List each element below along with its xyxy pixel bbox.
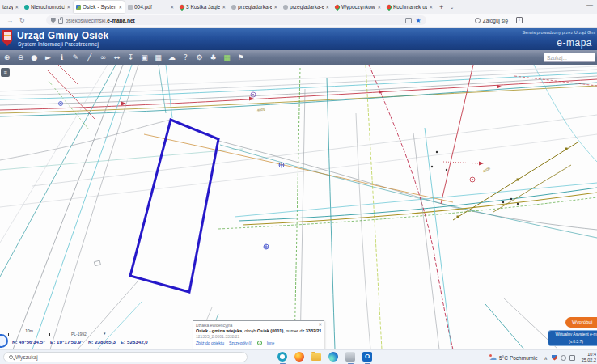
url-text: osiekoswiecimski.e-mapa.net [66,18,405,23]
taskbar-outlook-icon[interactable]: O [362,352,373,362]
weather-temperature[interactable]: 5°C [499,355,508,361]
settings-gear-icon[interactable]: ⚙ [193,51,206,64]
tab-title: Wypoczynkowa – Mapy [341,4,375,10]
survey-point-icon [59,102,285,250]
weather-condition[interactable]: Pochmurnie [510,355,538,361]
save-to-library-icon[interactable] [516,17,523,23]
window-minimize-button[interactable]: — [586,1,593,8]
taskbar-file-explorer-icon[interactable] [311,352,322,362]
parcel-description: Osiek - gmina wiejska, obręb Osiek (0001… [196,328,321,333]
coord-lat: N: 49°56'34.5" [12,340,45,345]
search-icon [9,355,13,359]
download-icon[interactable]: ↧ [124,51,138,64]
weather-cloud-icon[interactable]: ☁ [489,353,497,362]
measure-icon[interactable]: ╱ [83,51,96,64]
tab-close-icon[interactable]: ✕ [15,5,19,10]
taskbar-browser-ring-icon[interactable] [277,352,288,362]
globe-favicon [231,5,236,10]
globe-favicon [283,5,288,10]
popup-close-icon[interactable]: ✕ [318,322,322,327]
virtual-assistant-button[interactable]: Wirtualny Asystent e-m (v.0.3.7) [548,330,597,346]
browser-address-bar: → ↻ osiekoswiecimski.e-mapa.net ★ Zalogu… [0,14,597,28]
clock-time: 10:4 [578,352,596,358]
help-icon[interactable]: ? [179,51,193,64]
attribute-table-icon[interactable]: ▦ [151,51,165,64]
browser-tab-1[interactable]: Nieruchomości - Oświę ✕ [22,1,73,13]
tab-close-icon[interactable]: ✕ [170,5,174,10]
taskbar-search-box[interactable]: Wyszukaj [3,352,248,362]
tray-overflow-chevron[interactable]: ∧ [544,355,548,361]
tab-title: przegladarka-ekw.ms.g [238,4,272,10]
tab-title: przegladarka-ekw.ms.g [290,4,324,10]
zoom-in-icon[interactable]: ⊕ [0,51,14,64]
coordinate-readout: N: 49°56'34.5"E: 19°17'50.9"N: 238065,3E… [12,340,153,345]
browser-tab-5[interactable]: przegladarka-ekw.ms.g ✕ [229,1,280,13]
map-toolbar: ⊕ ⊖ ● ► ℹ ✎ ╱ ∞ ↔ ↧ ▣ ▦ ☁ ? ⚙ ♣ ▦ ⚑ [0,50,597,65]
tab-close-icon[interactable]: ✕ [222,5,226,10]
copy-view-icon[interactable]: ▣ [138,51,151,64]
browser-tab-4[interactable]: 3 Kostka Jagiełły – Map ✕ [177,1,228,13]
link-icon[interactable]: ∞ [96,51,110,64]
tab-close-icon[interactable]: ✕ [273,5,277,10]
lock-icon[interactable] [58,19,63,24]
clock-date: 25.02.2 [578,358,596,363]
reader-mode-icon[interactable] [405,18,412,23]
tab-close-icon[interactable]: ✕ [66,5,70,10]
cadastral-map[interactable]: 4005 4005 ≡ 10m PL-1992 ▾ N: 49°56'34.5"… [0,65,597,349]
service-note: Serwis prowadzony przez Urząd Gmi [523,30,595,35]
geoportal-icon[interactable]: i [257,341,262,345]
defender-shield-icon[interactable] [552,355,557,361]
tab-close-icon[interactable]: ✕ [377,5,381,10]
forward-button[interactable]: → [6,17,13,24]
legend-grid-icon[interactable]: ▦ [220,51,234,64]
new-tab-button[interactable]: + [436,2,447,14]
permissions-shield-icon[interactable] [51,18,56,23]
other-link[interactable]: Inne [267,341,275,345]
pan-icon[interactable]: ↔ [110,51,124,64]
browser-tab-6[interactable]: przegladarka-ekw.ms.g ✕ [281,1,332,13]
bookmark-star-icon[interactable]: ★ [416,17,421,24]
maps-pin-favicon [179,3,185,10]
crs-label[interactable]: PL-1992 [71,332,87,336]
browser-tab-strip: tarzyna ✕ Nieruchomości - Oświę ✕ Osiek … [0,0,597,14]
search-input[interactable] [544,53,595,62]
tab-list-button[interactable]: ⌄ [447,2,457,14]
zoom-to-object-link[interactable]: Zbliż do obiektu [196,341,224,345]
taskbar-gray-app-icon[interactable] [345,352,356,362]
select-pointer-icon[interactable]: ► [41,51,55,64]
selected-parcel-outline[interactable] [130,120,218,292]
site-favicon [24,5,29,10]
tab-close-icon[interactable]: ✕ [118,5,122,10]
tab-close-icon[interactable]: ✕ [429,5,433,10]
gmina-coat-of-arms [2,30,12,46]
details-link[interactable]: Szczegóły (i) [229,341,252,345]
login-button[interactable]: Zaloguj się [475,18,508,23]
flag-marker-icon[interactable]: ⚑ [234,51,248,64]
map-canvas[interactable]: 4005 4005 [0,65,597,349]
scale-bar-line [8,333,50,336]
reload-button[interactable]: ↻ [19,17,25,24]
coord-lon: E: 19°17'50.9" [50,340,83,345]
tray-circle-icon[interactable] [561,355,566,361]
taskbar-firefox-icon[interactable] [294,352,305,362]
try-button[interactable]: Wypróbuj [565,317,597,328]
tab-close-icon[interactable]: ✕ [325,5,329,10]
browser-tab-3[interactable]: 004.pdf ✕ [125,1,176,13]
tray-box-icon[interactable] [569,355,575,361]
browser-tab-7[interactable]: Wypoczynkowa – Mapy ✕ [332,1,383,13]
taskbar-clock[interactable]: 10:4 25.02.2 [578,352,596,363]
account-icon [475,18,481,23]
url-field[interactable]: osiekoswiecimski.e-mapa.net ★ [46,15,426,25]
full-extent-icon[interactable]: ● [28,51,41,64]
browser-tab-2-active[interactable]: Osiek - System Informa ✕ [74,1,125,13]
vegetation-layer-icon[interactable]: ♣ [206,51,220,64]
layers-panel-toggle[interactable]: ≡ [1,68,10,77]
draw-icon[interactable]: ✎ [69,51,83,64]
comment-cloud-icon[interactable]: ☁ [165,51,179,64]
crs-dropdown-caret[interactable]: ▾ [104,331,106,336]
browser-tab-8[interactable]: Kochmanek usługi stola ✕ [384,1,435,13]
zoom-out-icon[interactable]: ⊖ [14,51,28,64]
identify-info-icon[interactable]: ℹ [55,51,69,64]
browser-tab-0[interactable]: tarzyna ✕ [0,1,21,13]
taskbar-edge-icon[interactable] [328,352,339,362]
